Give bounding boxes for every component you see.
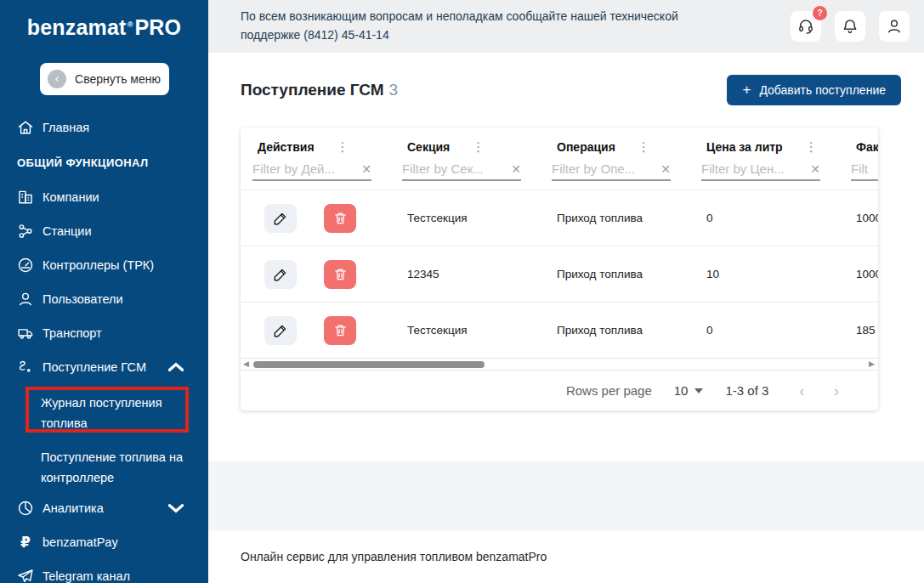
sidebar-item-label: Поступление ГСМ: [43, 360, 146, 374]
title-row: Поступление ГСМ3 + Добавить поступление: [208, 75, 924, 105]
collapse-menu-label: Свернуть меню: [75, 72, 161, 86]
add-receipt-label: Добавить поступление: [759, 83, 886, 97]
filter-cell: [839, 155, 878, 190]
sidebar-item-controllers[interactable]: Контроллеры (ТРК): [0, 248, 208, 282]
row-actions: [241, 204, 390, 233]
column-header-fact: Фак: [839, 127, 878, 155]
user-icon: [17, 291, 34, 308]
column-menu-icon[interactable]: ⋮: [472, 139, 485, 154]
collapse-menu-button[interactable]: ‹ Свернуть меню: [40, 63, 169, 95]
brand-logo-text: benzamat: [27, 15, 127, 39]
horizontal-scrollbar[interactable]: ◀ ▶: [241, 358, 878, 371]
sidebar-item-benzamatpay[interactable]: ₽ benzamatPay: [0, 525, 208, 559]
column-menu-icon[interactable]: ⋮: [638, 139, 650, 154]
sidebar-item-home[interactable]: Главная: [0, 110, 208, 144]
edit-button[interactable]: [264, 316, 297, 345]
profile-button[interactable]: [879, 11, 910, 42]
clear-filter-icon[interactable]: ✕: [660, 162, 671, 176]
delete-button[interactable]: [324, 204, 356, 233]
trash-icon: [333, 323, 348, 337]
pencil-icon: [273, 323, 288, 338]
page-title-text: Поступление ГСМ: [241, 81, 384, 99]
cell-price: 10: [689, 268, 839, 280]
edit-button[interactable]: [264, 260, 297, 289]
filter-input-fact[interactable]: [851, 161, 878, 176]
scroll-left-icon[interactable]: ◀: [243, 360, 250, 368]
sidebar-item-label: Telegram канал: [43, 569, 130, 583]
sidebar-item-users[interactable]: Пользователи: [0, 282, 208, 316]
sidebar-item-fuel-intake[interactable]: Поступление ГСМ: [0, 350, 208, 384]
sidebar-item-label: Контроллеры (ТРК): [43, 258, 154, 272]
clear-filter-icon[interactable]: ✕: [511, 162, 521, 176]
trash-icon: [333, 267, 348, 281]
column-menu-icon[interactable]: ⋮: [337, 139, 349, 154]
sidebar-section-label: ОБЩИЙ ФУНКЦИОНАЛ: [0, 144, 208, 180]
support-button[interactable]: ?: [791, 11, 821, 42]
row-actions: [241, 316, 390, 345]
clear-filter-icon[interactable]: ✕: [361, 162, 371, 176]
table-row: Тестсекция Приход топлива 0 185: [241, 302, 878, 358]
support-text: По всем возникающим вопросам и неполадка…: [241, 8, 721, 44]
sidebar-nav: Главная ОБЩИЙ ФУНКЦИОНАЛ Компании Станци…: [0, 110, 208, 583]
sidebar-item-analytics[interactable]: Аналитика: [0, 491, 208, 525]
sidebar-item-telegram[interactable]: Telegram канал: [0, 559, 208, 583]
buildings-icon: [17, 189, 34, 206]
bell-icon: [842, 18, 859, 35]
filter-cell: ✕: [689, 155, 839, 190]
scrollbar-thumb[interactable]: [253, 361, 485, 368]
delete-button[interactable]: [324, 260, 356, 289]
pagination-controls: ‹ ›: [799, 382, 839, 399]
app-window: benzamat®PRO ‹ Свернуть меню Главная ОБЩ…: [0, 0, 924, 583]
column-label: Секция: [407, 140, 450, 154]
scroll-right-icon[interactable]: ▶: [869, 360, 876, 368]
filter-input-section[interactable]: [402, 161, 494, 176]
filter-cell: ✕: [540, 155, 689, 190]
edit-button[interactable]: [264, 204, 297, 233]
chevron-down-icon: [167, 500, 184, 517]
home-icon: [17, 119, 34, 136]
add-receipt-button[interactable]: + Добавить поступление: [727, 75, 901, 105]
column-label: Операция: [557, 140, 615, 154]
footer-band: [208, 461, 924, 530]
notifications-button[interactable]: [835, 11, 865, 42]
cell-price: 0: [689, 324, 839, 337]
cell-operation: Приход топлива: [540, 268, 689, 280]
cell-operation: Приход топлива: [540, 212, 689, 224]
sidebar-subitem-fuel-on-controller[interactable]: Поступление топлива на контроллере: [0, 447, 208, 488]
column-label: Действия: [258, 140, 315, 154]
help-badge: ?: [813, 6, 827, 20]
page-content: Поступление ГСМ3 + Добавить поступление …: [208, 53, 924, 583]
delete-button[interactable]: [324, 316, 356, 345]
sidebar-item-stations[interactable]: Станции: [0, 214, 208, 248]
table-row: Тестсекция Приход топлива 0 1000: [241, 190, 878, 246]
rows-per-page-select[interactable]: 10: [674, 383, 704, 398]
collapse-arrow-icon: ‹: [48, 70, 66, 88]
record-count: 3: [389, 81, 399, 99]
brand-logo-suffix: PRO: [134, 15, 181, 39]
row-actions: [241, 260, 390, 289]
sidebar-item-companies[interactable]: Компании: [0, 180, 208, 214]
clear-filter-icon[interactable]: ✕: [810, 162, 820, 176]
previous-page-button[interactable]: ‹: [799, 382, 804, 399]
sidebar-item-transport[interactable]: Транспорт: [0, 316, 208, 350]
scrollbar-track[interactable]: [250, 359, 869, 370]
cell-operation: Приход топлива: [540, 324, 689, 337]
sidebar-subitem-fuel-journal[interactable]: Журнал поступления топлива: [0, 393, 208, 433]
column-menu-icon[interactable]: ⋮: [805, 139, 818, 154]
topbar: По всем возникающим вопросам и неполадка…: [208, 0, 924, 53]
plus-icon: +: [742, 82, 751, 99]
sidebar-item-label: Главная: [43, 121, 89, 134]
filter-input-actions[interactable]: [252, 161, 344, 176]
pencil-icon: [273, 267, 288, 282]
next-page-button[interactable]: ›: [834, 382, 839, 399]
sidebar-item-label: benzamatPay: [43, 535, 118, 549]
telegram-icon: [17, 568, 34, 583]
sidebar-item-label: Транспорт: [43, 326, 102, 340]
filter-cell: ✕: [390, 155, 540, 190]
stations-icon: [17, 223, 34, 240]
pencil-icon: [273, 211, 288, 226]
table-card: Действия⋮ Секция⋮ Операция⋮ Цена за литр…: [241, 127, 878, 410]
cell-section: 12345: [390, 268, 540, 280]
filter-input-price[interactable]: [701, 161, 793, 176]
filter-input-operation[interactable]: [552, 161, 643, 176]
